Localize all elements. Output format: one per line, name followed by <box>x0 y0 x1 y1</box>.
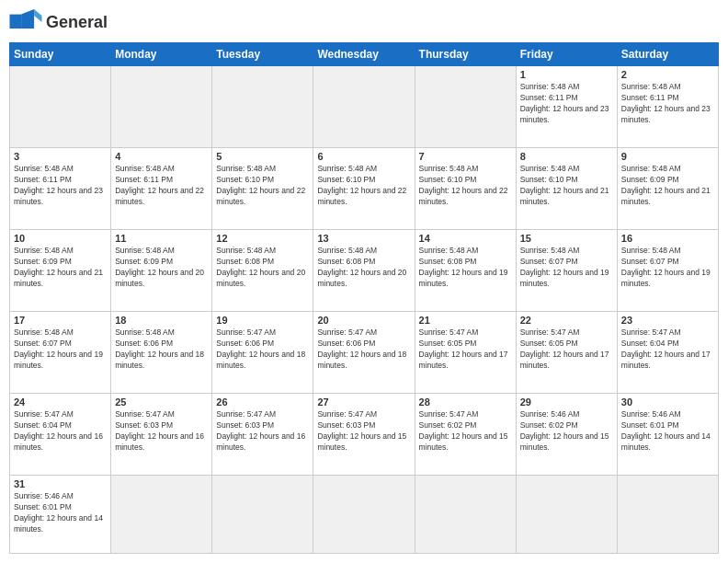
calendar-week-row: 31Sunrise: 5:46 AM Sunset: 6:01 PM Dayli… <box>10 476 719 554</box>
calendar-week-row: 1Sunrise: 5:48 AM Sunset: 6:11 PM Daylig… <box>10 66 719 148</box>
calendar-cell: 12Sunrise: 5:48 AM Sunset: 6:08 PM Dayli… <box>212 230 313 312</box>
day-info: Sunrise: 5:47 AM Sunset: 6:06 PM Dayligh… <box>317 327 410 372</box>
day-info: Sunrise: 5:48 AM Sunset: 6:07 PM Dayligh… <box>14 327 107 372</box>
day-number: 31 <box>14 478 107 489</box>
calendar-cell: 9Sunrise: 5:48 AM Sunset: 6:09 PM Daylig… <box>617 148 718 230</box>
day-info: Sunrise: 5:48 AM Sunset: 6:08 PM Dayligh… <box>216 246 309 290</box>
calendar-cell: 29Sunrise: 5:46 AM Sunset: 6:02 PM Dayli… <box>516 394 617 476</box>
calendar-cell: 17Sunrise: 5:48 AM Sunset: 6:07 PM Dayli… <box>10 312 111 394</box>
weekday-header-thursday: Thursday <box>415 43 516 66</box>
day-number: 9 <box>621 151 714 162</box>
calendar-cell <box>212 66 313 148</box>
calendar-week-row: 24Sunrise: 5:47 AM Sunset: 6:04 PM Dayli… <box>10 394 719 476</box>
day-info: Sunrise: 5:48 AM Sunset: 6:10 PM Dayligh… <box>216 164 309 208</box>
day-number: 12 <box>216 233 309 244</box>
day-info: Sunrise: 5:47 AM Sunset: 6:04 PM Dayligh… <box>621 327 714 372</box>
weekday-header-sunday: Sunday <box>10 43 111 66</box>
day-number: 13 <box>317 233 410 244</box>
svg-marker-2 <box>34 9 41 22</box>
day-info: Sunrise: 5:47 AM Sunset: 6:02 PM Dayligh… <box>419 409 512 454</box>
calendar-week-row: 3Sunrise: 5:48 AM Sunset: 6:11 PM Daylig… <box>10 148 719 230</box>
weekday-header-friday: Friday <box>516 43 617 66</box>
day-info: Sunrise: 5:48 AM Sunset: 6:10 PM Dayligh… <box>520 164 613 208</box>
calendar-cell: 26Sunrise: 5:47 AM Sunset: 6:03 PM Dayli… <box>212 394 313 476</box>
day-info: Sunrise: 5:48 AM Sunset: 6:07 PM Dayligh… <box>520 246 613 290</box>
calendar-cell: 13Sunrise: 5:48 AM Sunset: 6:08 PM Dayli… <box>313 230 415 312</box>
calendar-cell: 8Sunrise: 5:48 AM Sunset: 6:10 PM Daylig… <box>516 148 617 230</box>
day-info: Sunrise: 5:48 AM Sunset: 6:11 PM Dayligh… <box>621 82 714 126</box>
calendar-cell: 18Sunrise: 5:48 AM Sunset: 6:06 PM Dayli… <box>111 312 212 394</box>
day-number: 15 <box>520 233 613 244</box>
calendar-cell: 28Sunrise: 5:47 AM Sunset: 6:02 PM Dayli… <box>415 394 516 476</box>
day-info: Sunrise: 5:48 AM Sunset: 6:11 PM Dayligh… <box>14 164 107 208</box>
day-info: Sunrise: 5:48 AM Sunset: 6:09 PM Dayligh… <box>14 246 107 290</box>
calendar-cell <box>111 66 212 148</box>
day-info: Sunrise: 5:47 AM Sunset: 6:05 PM Dayligh… <box>419 327 512 372</box>
weekday-header-wednesday: Wednesday <box>313 43 415 66</box>
day-number: 6 <box>317 151 410 162</box>
day-number: 11 <box>115 233 208 244</box>
calendar-cell <box>516 476 617 554</box>
page: General SundayMondayTuesdayWednesdayThur… <box>0 0 728 563</box>
calendar-table: SundayMondayTuesdayWednesdayThursdayFrid… <box>9 42 719 554</box>
calendar-cell: 25Sunrise: 5:47 AM Sunset: 6:03 PM Dayli… <box>111 394 212 476</box>
calendar-cell <box>313 66 415 148</box>
day-number: 30 <box>621 396 714 408</box>
calendar-cell: 7Sunrise: 5:48 AM Sunset: 6:10 PM Daylig… <box>415 148 516 230</box>
day-number: 18 <box>115 315 208 326</box>
weekday-header-monday: Monday <box>111 43 212 66</box>
day-info: Sunrise: 5:48 AM Sunset: 6:07 PM Dayligh… <box>621 246 714 290</box>
calendar-cell <box>111 476 212 554</box>
day-info: Sunrise: 5:47 AM Sunset: 6:04 PM Dayligh… <box>14 409 107 454</box>
day-number: 3 <box>14 151 107 162</box>
weekday-header-tuesday: Tuesday <box>212 43 313 66</box>
svg-rect-0 <box>10 15 22 29</box>
day-number: 5 <box>216 151 309 162</box>
logo: General <box>9 9 108 35</box>
calendar-cell: 19Sunrise: 5:47 AM Sunset: 6:06 PM Dayli… <box>212 312 313 394</box>
calendar-cell <box>415 66 516 148</box>
day-number: 24 <box>14 396 107 408</box>
day-number: 29 <box>520 396 613 408</box>
day-info: Sunrise: 5:48 AM Sunset: 6:10 PM Dayligh… <box>419 164 512 208</box>
day-info: Sunrise: 5:46 AM Sunset: 6:02 PM Dayligh… <box>520 409 613 454</box>
calendar-cell: 3Sunrise: 5:48 AM Sunset: 6:11 PM Daylig… <box>10 148 111 230</box>
calendar-cell: 23Sunrise: 5:47 AM Sunset: 6:04 PM Dayli… <box>617 312 718 394</box>
calendar-cell: 31Sunrise: 5:46 AM Sunset: 6:01 PM Dayli… <box>10 476 111 554</box>
calendar-cell: 11Sunrise: 5:48 AM Sunset: 6:09 PM Dayli… <box>111 230 212 312</box>
day-info: Sunrise: 5:47 AM Sunset: 6:03 PM Dayligh… <box>115 409 208 454</box>
day-info: Sunrise: 5:48 AM Sunset: 6:11 PM Dayligh… <box>115 164 208 208</box>
day-number: 7 <box>419 151 512 162</box>
calendar-cell: 20Sunrise: 5:47 AM Sunset: 6:06 PM Dayli… <box>313 312 415 394</box>
day-number: 22 <box>520 315 613 326</box>
day-number: 2 <box>621 69 714 80</box>
calendar-cell: 2Sunrise: 5:48 AM Sunset: 6:11 PM Daylig… <box>617 66 718 148</box>
calendar-cell: 15Sunrise: 5:48 AM Sunset: 6:07 PM Dayli… <box>516 230 617 312</box>
calendar-cell: 21Sunrise: 5:47 AM Sunset: 6:05 PM Dayli… <box>415 312 516 394</box>
day-info: Sunrise: 5:48 AM Sunset: 6:06 PM Dayligh… <box>115 327 208 372</box>
day-number: 1 <box>520 69 613 80</box>
day-info: Sunrise: 5:48 AM Sunset: 6:08 PM Dayligh… <box>419 246 512 290</box>
day-number: 4 <box>115 151 208 162</box>
day-info: Sunrise: 5:46 AM Sunset: 6:01 PM Dayligh… <box>621 409 714 454</box>
day-info: Sunrise: 5:48 AM Sunset: 6:09 PM Dayligh… <box>621 164 714 208</box>
weekday-header-saturday: Saturday <box>617 43 718 66</box>
calendar-cell: 10Sunrise: 5:48 AM Sunset: 6:09 PM Dayli… <box>10 230 111 312</box>
general-blue-logo-icon <box>9 9 42 35</box>
calendar-cell <box>415 476 516 554</box>
header: General <box>9 9 719 35</box>
calendar-cell: 14Sunrise: 5:48 AM Sunset: 6:08 PM Dayli… <box>415 230 516 312</box>
calendar-cell <box>313 476 415 554</box>
calendar-cell: 27Sunrise: 5:47 AM Sunset: 6:03 PM Dayli… <box>313 394 415 476</box>
calendar-cell: 22Sunrise: 5:47 AM Sunset: 6:05 PM Dayli… <box>516 312 617 394</box>
calendar-week-row: 17Sunrise: 5:48 AM Sunset: 6:07 PM Dayli… <box>10 312 719 394</box>
calendar-cell: 16Sunrise: 5:48 AM Sunset: 6:07 PM Dayli… <box>617 230 718 312</box>
calendar-cell <box>617 476 718 554</box>
calendar-cell: 5Sunrise: 5:48 AM Sunset: 6:10 PM Daylig… <box>212 148 313 230</box>
logo-text: General <box>46 13 108 32</box>
day-number: 28 <box>419 396 512 408</box>
calendar-week-row: 10Sunrise: 5:48 AM Sunset: 6:09 PM Dayli… <box>10 230 719 312</box>
day-info: Sunrise: 5:46 AM Sunset: 6:01 PM Dayligh… <box>14 491 107 535</box>
day-info: Sunrise: 5:48 AM Sunset: 6:09 PM Dayligh… <box>115 246 208 290</box>
day-info: Sunrise: 5:47 AM Sunset: 6:03 PM Dayligh… <box>317 409 410 454</box>
